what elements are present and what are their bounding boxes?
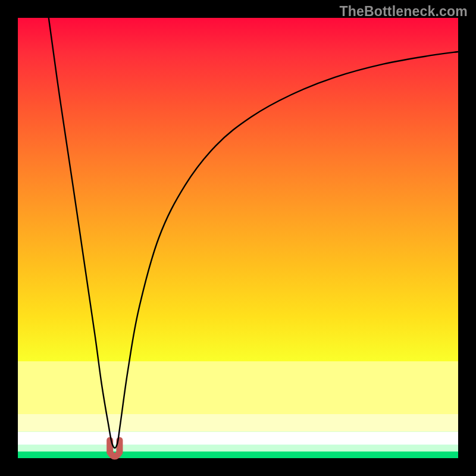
watermark-text: TheBottleneck.com: [339, 4, 468, 20]
curve-layer: [18, 18, 458, 458]
green-band: [18, 452, 458, 458]
gradient-bands: [18, 361, 458, 458]
yellow-band: [18, 361, 458, 414]
mint-band: [18, 445, 458, 452]
pale-yellow-band: [18, 414, 458, 432]
white-band: [18, 432, 458, 445]
